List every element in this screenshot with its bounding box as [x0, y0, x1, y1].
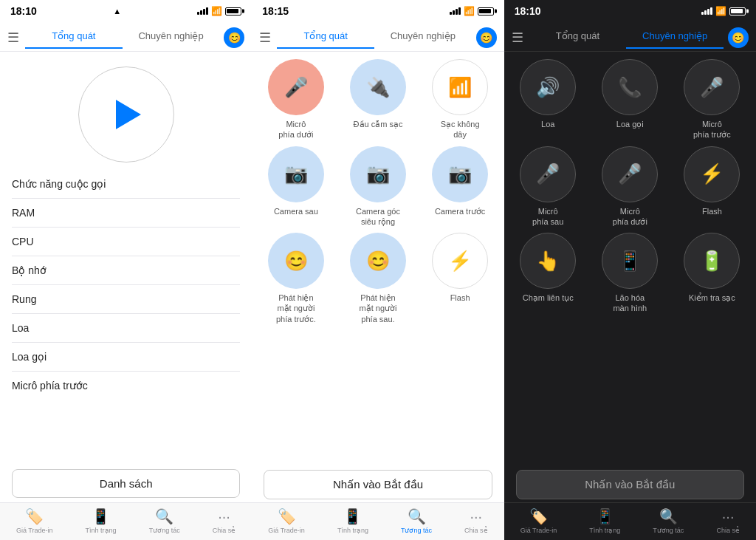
avatar-3[interactable]: 😊 [728, 27, 749, 48]
status-bar-1: 18:10 ▲ 📶 [0, 0, 252, 21]
tab-share-2[interactable]: ··· Chia sẻ [460, 507, 492, 536]
bottom-nav-3: 🏷️ Giá Trade-in 📱 Tình trạng 🔍 Tương tác… [504, 502, 756, 540]
play-button[interactable] [116, 100, 141, 129]
charger-label: Đầu cắm sạc [354, 119, 403, 129]
tab-chuyen-nghiep-2[interactable]: Chuyên nghiệp [374, 26, 472, 49]
tab-chuyen-nghiep-1[interactable]: Chuyên nghiệp [123, 26, 220, 49]
loa-goi-btn[interactable]: 📞 [602, 59, 658, 115]
tab-interact-2[interactable]: 🔍 Tương tác [396, 506, 436, 536]
hamburger-icon-3[interactable]: ☰ [512, 30, 523, 46]
tab-gia-3[interactable]: 🏷️ Giá Trade-in [516, 506, 562, 536]
grid-item-cam-front: 📷 Camera trước [422, 146, 498, 228]
tab-chuyen-nghiep-3[interactable]: Chuyên nghiệp [626, 26, 724, 49]
menu-item-memory[interactable]: Bộ nhớ [12, 256, 240, 285]
bottom-nav-2: 🏷️ Giá Trade-in 📱 Tình trạng 🔍 Tương tác… [252, 502, 504, 540]
cam-front-btn[interactable]: 📷 [432, 146, 488, 202]
status-label-3: Tình trạng [589, 527, 620, 534]
interact-label-2: Tương tác [401, 527, 432, 534]
scroll-area-3[interactable]: 🔊 Loa 📞 Loa gọi 🎤 Micrôphía trước 🎤 Micr… [504, 52, 756, 465]
cam-front-label: Camera trước [435, 206, 485, 216]
cam-wide-label: Camera gócsiêu rộng [356, 206, 400, 228]
start-button-3[interactable]: Nhấn vào Bắt đầu [516, 470, 744, 499]
trade-in-icon-3: 🏷️ [529, 507, 548, 525]
time-1: 18:10 [10, 5, 37, 17]
charge-check-btn[interactable]: 🔋 [684, 233, 740, 289]
trade-in-label-2: Giá Trade-in [268, 527, 305, 534]
charger-btn[interactable]: 🔌 [350, 59, 406, 115]
play-area [0, 52, 252, 170]
screen-burn-btn[interactable]: 📱 [602, 233, 658, 289]
tab-tong-quat-2[interactable]: Tổng quát [277, 26, 374, 49]
touch-btn[interactable]: 👆 [520, 233, 576, 289]
tab-status-3[interactable]: 📱 Tình trạng [585, 506, 625, 536]
signal-bars-3 [701, 7, 712, 15]
menu-item-cpu[interactable]: CPU [12, 228, 240, 256]
flash-label-2: Flash [450, 293, 470, 303]
mic-bot-3-btn[interactable]: 🎤 [602, 146, 658, 202]
face-rear-label: Phát hiệnmặt ngườiphía sau. [360, 293, 397, 324]
screen-burn-label: Lão hóamàn hình [613, 293, 647, 314]
tab-gia-1[interactable]: 🏷️ Giá Trade-in [12, 506, 58, 536]
menu-item-earpiece[interactable]: Loa gọi [12, 343, 240, 372]
list-button[interactable]: Danh sách [12, 469, 240, 498]
tab-share-1[interactable]: ··· Chia sẻ [208, 507, 241, 536]
menu-item-vibrate[interactable]: Rung [12, 285, 240, 314]
mic-bottom-btn[interactable]: 🎤 [268, 59, 324, 115]
loa-btn[interactable]: 🔊 [520, 59, 576, 115]
status-icons-3: 📶 [701, 6, 746, 16]
menu-item-call[interactable]: Chức năng cuộc gọi [12, 170, 240, 199]
status-icon-1: 📱 [92, 507, 110, 525]
menu-item-ram[interactable]: RAM [12, 199, 240, 228]
cam-wide-btn[interactable]: 📷 [350, 146, 406, 202]
battery-3 [729, 7, 746, 16]
loa-label: Loa [541, 119, 554, 129]
battery-1 [225, 7, 241, 16]
status-bar-3: 18:10 📶 [504, 0, 756, 21]
tab-share-3[interactable]: ··· Chia sẻ [712, 507, 744, 536]
nav-tabs-2: Tổng quát Chuyên nghiệp [277, 26, 471, 49]
phone-1: 18:10 ▲ 📶 ☰ Tổng quát Chuyên nghiệp [0, 0, 252, 540]
flash-btn-2[interactable]: ⚡ [432, 233, 488, 289]
location-icon: ▲ [113, 7, 121, 16]
trade-in-label-1: Giá Trade-in [16, 527, 53, 534]
scroll-area-2[interactable]: 🎤 Micrôphía dưới 🔌 Đầu cắm sạc 📶 Sạc khô… [252, 52, 504, 465]
menu-list: Chức năng cuộc gọi RAM CPU Bộ nhớ Rung L… [0, 170, 252, 463]
share-label-3: Chia sẻ [716, 527, 740, 534]
trade-in-label-3: Giá Trade-in [520, 527, 557, 534]
nav-tabs-1: Tổng quát Chuyên nghiệp [25, 26, 219, 49]
flash-3-btn[interactable]: ⚡ [684, 146, 740, 202]
grid-3: 🔊 Loa 📞 Loa gọi 🎤 Micrôphía trước 🎤 Micr… [510, 59, 750, 320]
hamburger-icon-1[interactable]: ☰ [7, 30, 19, 46]
hamburger-icon-2[interactable]: ☰ [259, 30, 271, 46]
menu-item-speaker[interactable]: Loa [12, 314, 240, 343]
grid-item-flash-3: ⚡ Flash [674, 146, 750, 228]
grid-2: 🎤 Micrôphía dưới 🔌 Đầu cắm sạc 📶 Sạc khô… [258, 59, 498, 330]
face-front-btn[interactable]: 😊 [268, 233, 324, 289]
tab-interact-3[interactable]: 🔍 Tương tác [648, 506, 688, 536]
tab-gia-2[interactable]: 🏷️ Giá Trade-in [264, 506, 309, 536]
avatar-2[interactable]: 😊 [476, 27, 497, 48]
interact-icon-2: 🔍 [408, 507, 426, 525]
mic-rear-3-btn[interactable]: 🎤 [520, 146, 576, 202]
cam-rear-btn[interactable]: 📷 [268, 146, 324, 202]
tab-tong-quat-1[interactable]: Tổng quát [25, 26, 123, 49]
wireless-btn[interactable]: 📶 [432, 59, 488, 115]
start-button-2[interactable]: Nhấn vào Bắt đầu [264, 470, 492, 499]
trade-in-icon-2: 🏷️ [278, 507, 296, 525]
play-circle[interactable] [78, 66, 174, 163]
tab-status-1[interactable]: 📱 Tình trạng [81, 506, 121, 536]
tab-interact-1[interactable]: 🔍 Tương tác [145, 506, 185, 536]
menu-item-mic-front[interactable]: Micrô phía trước [12, 372, 240, 400]
wifi-icon-3: 📶 [715, 6, 726, 16]
face-rear-btn[interactable]: 😊 [350, 233, 406, 289]
signal-bars-1 [197, 7, 208, 15]
mic-front-3-btn[interactable]: 🎤 [684, 59, 740, 115]
interact-icon-1: 🔍 [155, 507, 173, 525]
grid-item-mic-rear-3: 🎤 Micrôphía sau [510, 146, 586, 228]
grid-item-loa-goi: 📞 Loa gọi [592, 59, 668, 140]
trade-in-icon-1: 🏷️ [25, 507, 44, 525]
tab-tong-quat-3[interactable]: Tổng quát [529, 26, 627, 49]
tab-status-2[interactable]: 📱 Tình trạng [333, 506, 373, 536]
loa-goi-label: Loa gọi [616, 119, 644, 129]
avatar-1[interactable]: 😊 [224, 27, 244, 48]
